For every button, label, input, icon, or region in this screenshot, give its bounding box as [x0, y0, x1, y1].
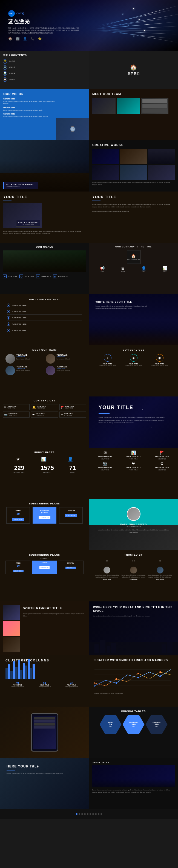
company-year-1: 📢 1999 [100, 266, 105, 272]
service-bottom-6: ✂ YOUR TITLE YOUR TITLE [60, 411, 86, 417]
hero-icon-home: 🏠 [8, 37, 12, 40]
company-year-3: 👤 2007 [141, 266, 146, 272]
service-bottom-icon-2: 🔔 [32, 406, 36, 409]
slide-your-title-right: YOUR TITLE Lorem ipsum dolor sit amet co… [89, 191, 178, 243]
svc-icon-title-4: WRITE YOUR TITLE [98, 467, 112, 468]
bar-4 [13, 661, 15, 679]
tablet-row-1 [34, 717, 55, 719]
vision-s3-label: General Title [3, 113, 58, 115]
service-1: ○ YOUR TITLE Lorem ipsum dolor sit amet [95, 354, 120, 366]
clustered-item-3: 03 YOUR TITLE Lorem ipsum dolor sit [59, 681, 83, 687]
contents-icon-3: 📊 [3, 71, 7, 75]
slide-our-services-bottom: OUR SERVICES ✉ YOUR TITLE YOUR TITLE 🔔 Y… [0, 397, 89, 448]
year-label-4: 2011 [163, 271, 167, 272]
slide-funny-facts: FUNNY FACTS ★ 📊 👤 229 BIRTHDAYS AGO 1575… [0, 448, 89, 499]
bullet-label-4: PLAIN TITLE HERE [12, 323, 27, 325]
goals-item-2: ⬡ YOUR TITLE [20, 275, 34, 278]
service-bottom-sub-5: YOUR TITLE [36, 414, 45, 416]
team-member-2: YOUR NAME YOUR TITLE Lorem ipsum dolor s… [46, 354, 84, 364]
svc-icon-title-6: WRITE YOUR TITLE [155, 467, 169, 468]
clustered-num-1: 01 [5, 681, 30, 684]
your-title-left-content: TITLE OF YOUR PROJECT Lorem ipsum dolor … [3, 203, 86, 235]
service-text-2: Lorem ipsum dolor sit amet [120, 365, 146, 366]
slide-here-title-left: HERE YOUR TitLe Lorem ipsum dolor sit am… [0, 758, 89, 809]
plan-left-free-btn[interactable]: LEARN MORE [12, 518, 24, 521]
your-title-right-divider [92, 200, 101, 201]
bullet-label-2: PLAIN TITLE HERE [12, 311, 27, 312]
write-great-text: WRITE A GREAT TITLE Lorem ipsum dolor si… [22, 605, 86, 652]
slide-facts-services-row: FUNNY FACTS ★ 📊 👤 229 BIRTHDAYS AGO 1575… [0, 448, 178, 499]
person-icon: 👤 [141, 266, 146, 271]
clustered-num-2: 02 [32, 681, 57, 684]
hero-icon-person: 👤 [23, 37, 27, 40]
clustered-item-1: 01 YOUR TITLE Lorem ipsum dolor sit [5, 681, 30, 687]
dot-3 [81, 813, 83, 815]
plan-left-free-price: $0 [9, 513, 27, 516]
slide-clustered-scatter-row: CLUSTERED COLUMNS 01 YOUR TITLE Lorem ip… [0, 655, 178, 707]
contents-icon-4: 📋 [3, 77, 7, 82]
goals-icon-4: ◉ [53, 275, 57, 278]
services-bottom-title: OUR SERVICES [3, 399, 86, 402]
contents-item-label-2: 解决方案 [9, 66, 15, 69]
write-here-text: Lorem ipsum dolor sit amet consectetur a… [96, 305, 150, 310]
write-here-content: WRITE HERE YOUR TITLE Lorem ipsum dolor … [92, 297, 175, 313]
service-icon-2: ◈ [130, 354, 138, 362]
goals-label-4: YOUR TITLE [58, 276, 68, 277]
your-title-overlay-card: TITLE OF YOUR PROJECT Lorem ipsum dolor [16, 220, 40, 226]
slide-contents: 目录 / CONTENTS 💡 提出问题 ⚙️ 解决方案 📊 实施效果 📋 总结… [0, 51, 89, 89]
goals-icon-2: ⬡ [20, 275, 23, 278]
bar-9 [25, 665, 27, 679]
member-1-text: Lorem ipsum dolor sit [16, 358, 30, 360]
svc-icon-sub-3: YOUR TITLE [158, 458, 166, 460]
contents-item-label-1: 提出问题 [9, 60, 15, 63]
company-house: 🏠 WRITE YOUR TITLE [92, 250, 175, 264]
plan-left-custom-btn[interactable]: LEARN MORE [65, 514, 77, 517]
pricing-plan-1: BASIC $9 /MO [100, 715, 121, 734]
pricing-plan-3-price: $29 [154, 723, 158, 726]
member-4-role: YOUR TITLE [57, 368, 70, 369]
scatter-chart [95, 664, 171, 691]
services-bottom-grid: ✉ YOUR TITLE YOUR TITLE 🔔 YOUR TITLE YOU… [3, 404, 86, 417]
trusted-quote-2-author: JANE DOE [121, 579, 146, 580]
team-title-top: MEET OUR TEAM [92, 92, 175, 96]
profile-quote: Lorem ipsum dolor sit amet consectetur a… [97, 529, 170, 533]
plan-left-custom: CUSTOM LEARN MORE [59, 507, 83, 524]
plan-left-free: FREE $0 LEARN MORE [6, 507, 30, 524]
team-avatar-1 [5, 354, 15, 364]
slide-your-title-left: YOUR TITLE TITLE OF YOUR PROJECT Lorem i… [0, 191, 89, 243]
service-icon-3: ◉ [156, 354, 164, 362]
svc-icon-item-6: ⚙ WRITE YOUR TITLE YOUR TITLE [148, 461, 175, 471]
plan-right-business-btn[interactable]: LEARN MORE [39, 566, 50, 569]
write-great-title: WRITE A GREAT TITLE [23, 606, 84, 611]
bullet-circle-4 [7, 322, 10, 326]
member-1-name: YOUR NAME [16, 354, 30, 356]
creative-text: Lorem ipsum dolor sit amet consectetur a… [92, 181, 175, 186]
profile-name: MARK ZUCKERBERG [97, 523, 170, 526]
service-bottom-sub-2: YOUR TITLE [37, 407, 46, 409]
svg-point-6 [138, 677, 139, 678]
large-title-text: Lorem ipsum dolor sit amet consectetur a… [99, 416, 169, 425]
service-bottom-info-2: YOUR TITLE YOUR TITLE [37, 405, 46, 409]
plan-right-free-btn[interactable]: LEARN MORE [13, 570, 24, 572]
contents-title: 目录 / CONTENTS [3, 54, 86, 57]
year-label-1: 1999 [100, 271, 105, 272]
bar-2 [8, 664, 10, 679]
clustered-num-3: 03 [59, 681, 83, 684]
slide-sub-trusted-row: SUBSCRIBING PLANS COMPANY FREE $0 LEARN … [0, 550, 178, 601]
sub-plans-left-title: SUBSCRIBING PLANS [5, 502, 83, 505]
device-mockup [3, 709, 86, 755]
quote-mark-1: " [95, 558, 120, 567]
plan-right-custom-btn[interactable]: LEARN MORE [66, 567, 76, 569]
write-great-images [3, 605, 20, 652]
about-icon: 🏠 [130, 64, 137, 71]
slide-bulleted-write-row: BULLETED LIST TEXT PLAIN TITLE HERE PLAI… [0, 294, 178, 345]
dot-2 [79, 813, 80, 815]
hero-title: 蓝色激光 [8, 18, 79, 25]
bar-8 [23, 663, 25, 679]
team-avatar-3 [5, 366, 15, 375]
plan-left-business-btn[interactable]: LEARN MORE [39, 516, 50, 519]
service-bottom-info-5: YOUR TITLE YOUR TITLE [36, 413, 45, 416]
slide-your-titles-row: YOUR TITLE TITLE OF YOUR PROJECT Lorem i… [0, 191, 178, 243]
city-skyline [89, 636, 178, 655]
slide-write-great: WRITE A GREAT TITLE Lorem ipsum dolor si… [0, 601, 89, 655]
